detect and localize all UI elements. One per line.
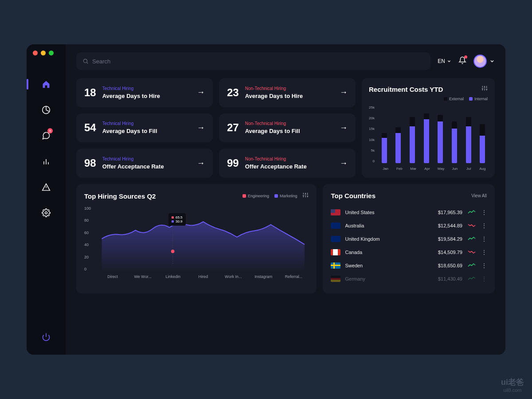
search-icon — [82, 58, 89, 64]
metrics-grid: 18 Technical Hiring Average Days to Hire… — [76, 78, 495, 178]
trend-icon — [467, 276, 477, 282]
trend-icon — [467, 210, 477, 215]
country-row[interactable]: Sweden $18,650.69 ⋮ — [331, 259, 487, 272]
country-value: $14,509.79 — [438, 250, 462, 255]
language-label: EN — [438, 58, 445, 64]
nav-logout[interactable] — [37, 328, 55, 346]
country-row[interactable]: Germany $11,430.49 ⋮ — [331, 272, 487, 286]
sources-settings-button[interactable] — [302, 192, 309, 200]
more-button[interactable]: ⋮ — [481, 275, 487, 282]
country-name: Australia — [345, 223, 433, 228]
country-value: $17,965.39 — [438, 210, 462, 215]
maximize-window-icon[interactable] — [49, 51, 54, 55]
trend-icon — [467, 250, 477, 255]
gear-icon — [42, 208, 51, 217]
country-name: Canada — [345, 250, 433, 255]
line-svg — [98, 206, 309, 272]
country-row[interactable]: Canada $14,509.79 ⋮ — [331, 246, 487, 259]
language-selector[interactable]: EN — [438, 58, 451, 64]
more-button[interactable]: ⋮ — [481, 222, 487, 229]
metric-card[interactable]: 99 Non-Technical Hiring Offer Acceptance… — [219, 149, 356, 178]
nav-settings[interactable] — [37, 204, 55, 222]
metric-category: Non-Technical Hiring — [245, 86, 333, 91]
costs-title: Recruitment Costs YTD — [369, 86, 443, 93]
country-row[interactable]: United Kingdom $19,584.29 ⋮ — [331, 232, 487, 246]
metric-category: Technical Hiring — [102, 156, 191, 161]
metric-label: Average Days to Hire — [245, 93, 333, 99]
home-icon — [42, 80, 51, 89]
metric-category: Non-Technical Hiring — [245, 156, 333, 161]
nav-chat[interactable]: 5 — [37, 127, 55, 145]
metric-value: 54 — [84, 121, 96, 134]
country-name: United Kingdom — [345, 236, 433, 242]
arrow-right-icon: → — [197, 123, 205, 133]
metric-label: Average Days to Fill — [245, 128, 333, 134]
minimize-window-icon[interactable] — [41, 51, 46, 55]
nav-analytics[interactable] — [37, 101, 55, 119]
countries-title: Top Countries — [331, 192, 376, 200]
metric-label: Average Days to Fill — [102, 128, 191, 134]
flag-icon — [331, 209, 340, 215]
main-content: Search EN 18 Technical Hiring Average Da… — [66, 44, 505, 355]
country-name: Germany — [345, 276, 433, 282]
country-value: $11,430.49 — [438, 276, 462, 282]
more-button[interactable]: ⋮ — [481, 209, 487, 216]
costs-settings-button[interactable] — [481, 85, 488, 93]
country-row[interactable]: United States $17,965.39 ⋮ — [331, 206, 487, 219]
warning-icon — [42, 183, 51, 192]
arrow-right-icon: → — [340, 159, 348, 168]
window-controls[interactable] — [33, 51, 54, 55]
flag-icon — [331, 276, 340, 282]
topbar: Search EN — [76, 52, 495, 70]
metric-card[interactable]: 18 Technical Hiring Average Days to Hire… — [76, 78, 213, 107]
metric-value: 99 — [227, 157, 239, 169]
svg-point-6 — [45, 212, 47, 214]
watermark: ui老爸 uil8.com — [501, 377, 524, 393]
metric-card[interactable]: 98 Technical Hiring Offer Acceptance Rat… — [76, 149, 213, 178]
metric-card[interactable]: 54 Technical Hiring Average Days to Fill… — [76, 113, 213, 143]
svg-point-8 — [83, 59, 87, 63]
metric-category: Technical Hiring — [102, 121, 191, 126]
avatar-image — [473, 55, 487, 68]
user-menu[interactable] — [473, 55, 495, 68]
metric-label: Offer Acceptance Rate — [102, 163, 191, 170]
search-input[interactable]: Search — [76, 52, 430, 70]
chevron-down-icon — [447, 59, 451, 63]
view-all-link[interactable]: View All — [471, 193, 487, 198]
metric-value: 23 — [227, 86, 239, 99]
more-button[interactable]: ⋮ — [481, 262, 487, 269]
nav-alerts[interactable] — [37, 178, 55, 196]
more-button[interactable]: ⋮ — [481, 235, 487, 243]
costs-barchart: 25k20k15k10k5k0 — [369, 106, 488, 163]
search-placeholder: Search — [92, 58, 110, 65]
trend-icon — [467, 236, 477, 242]
power-icon — [42, 332, 51, 341]
metric-card[interactable]: 23 Non-Technical Hiring Average Days to … — [219, 78, 356, 107]
sidebar: 5 — [27, 44, 66, 355]
sources-linechart: 100806040200 — [84, 206, 309, 279]
metric-value: 98 — [84, 157, 96, 169]
more-button[interactable]: ⋮ — [481, 249, 487, 256]
country-value: $19,584.29 — [438, 236, 462, 242]
metric-value: 18 — [84, 86, 96, 99]
svg-point-30 — [171, 250, 175, 253]
country-value: $18,650.69 — [438, 263, 462, 268]
metric-category: Technical Hiring — [102, 86, 191, 91]
flag-icon — [331, 249, 340, 255]
pie-chart-icon — [42, 106, 51, 114]
notifications-button[interactable] — [458, 56, 466, 66]
svg-line-9 — [87, 63, 88, 64]
trend-icon — [467, 223, 477, 228]
close-window-icon[interactable] — [33, 51, 38, 55]
costs-legend: External Internal — [369, 97, 488, 101]
arrow-right-icon: → — [197, 88, 205, 97]
nav-home[interactable] — [37, 75, 55, 93]
sources-title: Top Hiring Sources Q2 — [84, 192, 243, 200]
sliders-icon — [302, 192, 309, 198]
arrow-right-icon: → — [340, 88, 348, 97]
chart-tooltip: 65.5 30.9 — [168, 213, 186, 226]
nav-reports[interactable] — [37, 153, 55, 170]
sliders-icon — [481, 85, 488, 91]
country-row[interactable]: Australia $12,544.89 ⋮ — [331, 219, 487, 232]
metric-card[interactable]: 27 Non-Technical Hiring Average Days to … — [219, 113, 356, 143]
